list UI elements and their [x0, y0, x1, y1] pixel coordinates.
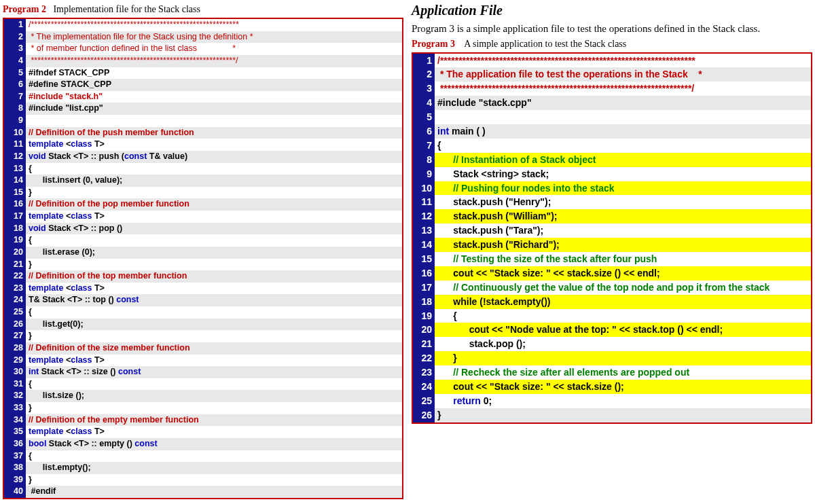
- code-line: 22 }: [413, 351, 811, 365]
- code-text: #include "stack.h": [26, 91, 402, 103]
- code-line: 20 cout << "Node value at the top: " << …: [413, 323, 811, 337]
- line-number: 11: [413, 195, 435, 209]
- program3-description: Program 3 is a simple application file t…: [412, 22, 812, 36]
- code-text: {: [26, 450, 402, 463]
- code-text: #define STACK_CPP: [26, 79, 402, 91]
- line-number: 35: [4, 426, 26, 438]
- line-number: 5: [413, 110, 435, 124]
- code-line: 9: [4, 115, 402, 127]
- code-line: 18 while (!stack.empty()): [413, 295, 811, 309]
- code-line: 37{: [4, 450, 402, 463]
- code-text: #ifndef STACK_CPP: [26, 67, 402, 79]
- line-number: 1: [4, 19, 26, 31]
- code-text: template <class T>: [26, 426, 402, 438]
- code-line: 23template <class T>: [4, 283, 402, 295]
- code-text: list.get(0);: [26, 319, 402, 331]
- line-number: 31: [4, 378, 26, 391]
- program3-text: A simple application to test the Stack c…: [464, 39, 626, 49]
- code-line: 7#include "stack.h": [4, 91, 402, 103]
- code-line: 8#include "list.cpp": [4, 103, 402, 115]
- code-text: list.empty();: [26, 462, 402, 474]
- line-number: 4: [4, 55, 26, 67]
- code-text: int Stack <T> :: size () const: [26, 366, 402, 378]
- code-text: ****************************************…: [26, 55, 402, 67]
- code-line: 40 #endif: [4, 486, 402, 498]
- line-number: 15: [413, 252, 435, 266]
- line-number: 2: [413, 67, 435, 82]
- line-number: 12: [413, 209, 435, 223]
- code-text: {: [26, 163, 402, 175]
- line-number: 2: [4, 31, 26, 43]
- line-number: 30: [4, 366, 26, 378]
- line-number: 6: [4, 79, 26, 91]
- application-file-heading: Application File: [412, 3, 812, 18]
- code-line: 26 list.get(0);: [4, 319, 402, 331]
- line-number: 25: [413, 394, 435, 408]
- code-line: 10 // Pushing four nodes into the stack: [413, 181, 811, 196]
- line-number: 28: [4, 342, 26, 355]
- line-number: 13: [4, 163, 26, 175]
- line-number: 22: [4, 270, 26, 283]
- code-text: int main ( ): [435, 124, 811, 139]
- code-line: 22// Definition of the top member functi…: [4, 270, 402, 283]
- code-text: {: [435, 139, 811, 153]
- code-line: 17template <class T>: [4, 211, 402, 223]
- code-text: * of member function defined in the list…: [26, 43, 402, 55]
- line-number: 25: [4, 306, 26, 319]
- code-text: }: [435, 408, 811, 422]
- line-number: 13: [413, 223, 435, 238]
- code-text: template <class T>: [26, 139, 402, 151]
- line-number: 6: [413, 124, 435, 139]
- code-text: // Recheck the size after all elements a…: [435, 365, 811, 380]
- code-text: }: [26, 402, 402, 414]
- code-text: list.erase (0);: [26, 247, 402, 259]
- code-line: 20 list.erase (0);: [4, 247, 402, 259]
- code-text: return 0;: [435, 394, 811, 408]
- line-number: 23: [413, 365, 435, 380]
- code-text: {: [26, 234, 402, 247]
- line-number: 7: [413, 139, 435, 153]
- code-text: T& Stack <T> :: top () const: [26, 294, 402, 306]
- code-text: while (!stack.empty()): [435, 295, 811, 309]
- code-text: // Definition of the empty member functi…: [26, 414, 402, 427]
- program3-codebox: 1/**************************************…: [412, 52, 812, 424]
- code-line: 26}: [413, 408, 811, 422]
- line-number: 40: [4, 486, 26, 498]
- line-number: 15: [4, 187, 26, 199]
- line-number: 11: [4, 139, 26, 151]
- code-text: stack.push ("William");: [435, 209, 811, 223]
- line-number: 37: [4, 450, 26, 463]
- code-text: * The implementation file for the Stack …: [26, 31, 402, 43]
- line-number: 39: [4, 474, 26, 486]
- line-number: 21: [413, 337, 435, 351]
- code-line: 1/**************************************…: [413, 54, 811, 68]
- line-number: 3: [4, 43, 26, 55]
- code-line: 8 // Instantiation of a Stack object: [413, 153, 811, 167]
- code-line: 28// Definition of the size member funct…: [4, 342, 402, 355]
- code-text: list.insert (0, value);: [26, 175, 402, 187]
- line-number: 8: [4, 103, 26, 115]
- line-number: 19: [4, 234, 26, 247]
- program3-title: Program 3 A simple application to test t…: [412, 39, 812, 50]
- code-text: /***************************************…: [26, 19, 402, 31]
- line-number: 29: [4, 355, 26, 367]
- line-number: 36: [4, 438, 26, 450]
- line-number: 4: [413, 96, 435, 110]
- code-text: }: [26, 187, 402, 199]
- code-line: 25{: [4, 306, 402, 319]
- line-number: 9: [413, 167, 435, 181]
- code-line: 25 return 0;: [413, 394, 811, 408]
- code-line: 1/**************************************…: [4, 19, 402, 31]
- code-text: list.size ();: [26, 390, 402, 402]
- code-line: 19 {: [413, 309, 811, 323]
- code-text: [435, 110, 811, 124]
- code-line: 6#define STACK_CPP: [4, 79, 402, 91]
- line-number: 3: [413, 82, 435, 96]
- program3-label: Program 3: [412, 39, 455, 49]
- code-line: 11template <class T>: [4, 139, 402, 151]
- code-text: * The application file to test the opera…: [435, 67, 811, 82]
- code-line: 6int main ( ): [413, 124, 811, 139]
- line-number: 16: [4, 198, 26, 211]
- code-line: 5: [413, 110, 811, 124]
- line-number: 33: [4, 402, 26, 414]
